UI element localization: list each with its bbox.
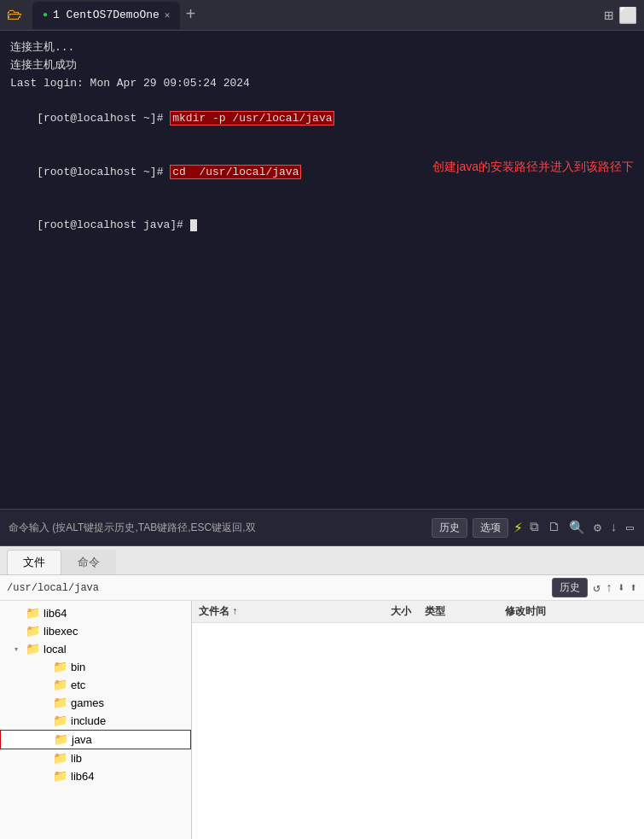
tree-item-bin[interactable]: 📁 bin bbox=[0, 658, 191, 676]
tree-label-lib64-local: lib64 bbox=[71, 770, 94, 783]
tree-label-etc: etc bbox=[71, 679, 85, 691]
folder-icon-java: 📁 bbox=[54, 732, 68, 747]
current-path: /usr/local/java bbox=[7, 582, 547, 594]
terminal-tab[interactable]: ● 1 CentOS7DemoOne ✕ bbox=[32, 2, 180, 29]
tree-label-local: local bbox=[44, 643, 67, 655]
new-tab-button[interactable]: + bbox=[185, 7, 195, 24]
file-tabs-bar: 文件 命令 bbox=[0, 546, 644, 575]
tab-files[interactable]: 文件 bbox=[7, 550, 61, 574]
tree-label-lib64-top: lib64 bbox=[44, 607, 67, 620]
file-content-area: 📁 lib64 📁 libexec ▾ 📁 local 📁 bin bbox=[0, 601, 644, 839]
folder-icon-etc: 📁 bbox=[53, 678, 67, 692]
maximize-icon[interactable]: ⬜ bbox=[618, 6, 637, 25]
tree-label-games: games bbox=[71, 696, 104, 709]
tree-label-lib: lib bbox=[71, 752, 82, 765]
folder-icon-libexec: 📁 bbox=[26, 624, 40, 638]
cmd-label-text: 命令输入 (按ALT键提示历史,TAB键路径,ESC键返回,双 bbox=[9, 521, 426, 535]
col-header-time[interactable]: 修改时间 bbox=[498, 601, 644, 622]
download-file-icon[interactable]: ⬇ bbox=[618, 580, 624, 595]
refresh-icon[interactable]: ↺ bbox=[593, 580, 600, 595]
path-bar: /usr/local/java 历史 ↺ ↑ ⬇ ⬆ bbox=[0, 575, 644, 601]
tree-label-include: include bbox=[71, 714, 106, 727]
tab-close-icon[interactable]: ✕ bbox=[165, 9, 171, 20]
download-icon[interactable]: ↓ bbox=[608, 521, 619, 535]
document-icon[interactable]: 🗋 bbox=[546, 520, 562, 535]
grid-view-icon[interactable]: ⊞ bbox=[604, 6, 613, 25]
path-history-button[interactable]: 历史 bbox=[552, 578, 588, 597]
col-header-type[interactable]: 类型 bbox=[418, 601, 498, 622]
options-button[interactable]: 选项 bbox=[473, 518, 508, 538]
folder-icon-lib64-top: 📁 bbox=[26, 606, 40, 621]
col-header-size[interactable]: 大小 bbox=[338, 601, 418, 622]
upload-file-icon[interactable]: ⬆ bbox=[630, 580, 637, 595]
file-detail-pane: 文件名 ↑ 大小 类型 修改时间 CSDN @IT机器猫 bbox=[192, 601, 644, 839]
tree-item-include[interactable]: 📁 include bbox=[0, 712, 191, 730]
terminal-cmd-4: mkdir -p /usr/local/java bbox=[170, 111, 334, 125]
terminal-line-1: 连接主机... bbox=[10, 39, 634, 57]
folder-tab-icon[interactable]: 🗁 bbox=[7, 6, 22, 24]
tab-status-dot: ● bbox=[43, 10, 48, 20]
tab-commands[interactable]: 命令 bbox=[61, 550, 116, 574]
terminal-area[interactable]: 连接主机... 连接主机成功 Last login: Mon Apr 29 09… bbox=[0, 31, 644, 509]
tree-expand-local: ▾ bbox=[10, 644, 22, 655]
command-bar: 命令输入 (按ALT键提示历史,TAB键路径,ESC键返回,双 历史 选项 ⚡ … bbox=[0, 509, 644, 546]
folder-icon-lib64-local: 📁 bbox=[53, 769, 67, 784]
file-tree[interactable]: 📁 lib64 📁 libexec ▾ 📁 local 📁 bin bbox=[0, 601, 192, 839]
tree-item-lib64-local[interactable]: 📁 lib64 bbox=[0, 767, 191, 785]
folder-icon-local: 📁 bbox=[26, 642, 40, 656]
annotation-text: 创建java的安装路径并进入到该路径下 bbox=[432, 157, 634, 176]
file-panel: 文件 命令 /usr/local/java 历史 ↺ ↑ ⬇ ⬆ 📁 lib64… bbox=[0, 546, 644, 839]
tree-item-java[interactable]: 📁 java bbox=[0, 730, 191, 749]
folder-icon-bin: 📁 bbox=[53, 660, 67, 674]
terminal-line-3: Last login: Mon Apr 29 09:05:24 2024 bbox=[10, 75, 634, 93]
settings-icon[interactable]: ⚙ bbox=[592, 520, 603, 536]
terminal-line-4: [root@localhost ~]# mkdir -p /usr/local/… bbox=[10, 92, 634, 145]
folder-icon-lib: 📁 bbox=[53, 751, 67, 766]
tab-bar: 🗁 ● 1 CentOS7DemoOne ✕ + ⊞ ⬜ bbox=[0, 0, 644, 31]
window-controls: ⊞ ⬜ bbox=[604, 6, 637, 25]
folder-icon-games: 📁 bbox=[53, 696, 67, 710]
terminal-cmd-5: cd /usr/local/java bbox=[170, 165, 301, 179]
window-icon[interactable]: ▭ bbox=[624, 520, 635, 536]
folder-icon-include: 📁 bbox=[53, 714, 67, 728]
terminal-prompt-5: [root@localhost ~]# bbox=[37, 166, 170, 178]
tree-item-lib[interactable]: 📁 lib bbox=[0, 749, 191, 767]
tree-label-bin: bin bbox=[71, 661, 85, 673]
terminal-line-2: 连接主机成功 bbox=[10, 57, 634, 75]
col-header-name[interactable]: 文件名 ↑ bbox=[192, 601, 338, 622]
file-column-headers: 文件名 ↑ 大小 类型 修改时间 bbox=[192, 601, 644, 623]
terminal-prompt-4: [root@localhost ~]# bbox=[37, 112, 170, 125]
tree-item-local[interactable]: ▾ 📁 local bbox=[0, 640, 191, 658]
terminal-line-6: [root@localhost java]# bbox=[10, 199, 634, 252]
lightning-icon[interactable]: ⚡ bbox=[513, 518, 523, 537]
terminal-prompt-6: [root@localhost java]# bbox=[37, 218, 189, 231]
tree-label-libexec: libexec bbox=[44, 625, 78, 638]
history-button[interactable]: 历史 bbox=[432, 518, 467, 538]
up-dir-icon[interactable]: ↑ bbox=[606, 581, 612, 595]
copy-icon[interactable]: ⧉ bbox=[528, 520, 541, 535]
terminal-cursor bbox=[190, 219, 197, 231]
tree-item-libexec[interactable]: 📁 libexec bbox=[0, 622, 191, 640]
tree-item-etc[interactable]: 📁 etc bbox=[0, 676, 191, 694]
search-icon[interactable]: 🔍 bbox=[567, 520, 587, 536]
tree-label-java: java bbox=[72, 733, 92, 746]
tree-item-games[interactable]: 📁 games bbox=[0, 694, 191, 712]
tab-label: 1 CentOS7DemoOne bbox=[53, 9, 160, 21]
tree-item-lib64-top[interactable]: 📁 lib64 bbox=[0, 604, 191, 622]
